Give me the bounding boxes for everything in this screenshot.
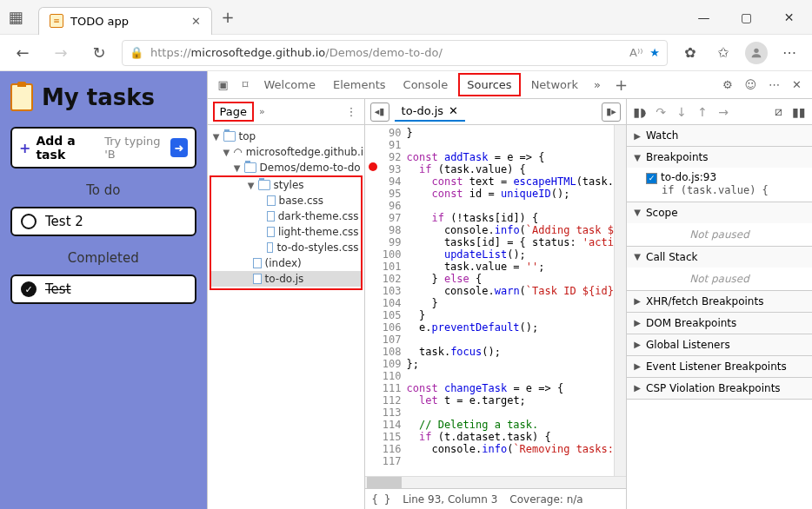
minimize-button[interactable]: — [684,4,723,30]
todo-heading: To do [10,182,196,198]
feedback-icon[interactable]: ☺ [740,75,762,95]
tab-elements[interactable]: Elements [326,75,393,95]
favorite-icon[interactable]: ★ [649,46,660,59]
device-icon[interactable]: ⌑ [237,75,254,95]
callstack-section[interactable]: ▼Call Stack [627,247,812,268]
back-button[interactable]: ← [7,37,38,69]
completed-heading: Completed [10,250,196,266]
file-icon [267,195,276,206]
extensions-icon[interactable]: ✿ [675,37,706,69]
tab-sources[interactable]: Sources [458,73,520,96]
tree-file[interactable]: base.css [211,193,361,208]
cursor-position: Line 93, Column 3 [403,493,497,506]
show-nav-icon[interactable]: ◂▮ [370,102,389,122]
code-editor[interactable]: 9091929394959697989910010110210310410510… [365,125,626,476]
lock-icon: 🔒 [130,46,143,59]
task-item[interactable]: Test 2 [10,207,196,236]
new-tab-button[interactable]: + [212,2,243,33]
code-content: } const addTask = e => { if (task.value)… [407,125,614,476]
line-numbers: 9091929394959697989910010110210310410510… [381,125,407,476]
checkbox-checked-icon[interactable]: ✓ [21,281,37,297]
tree-file[interactable]: (index) [211,255,361,271]
file-icon [253,258,262,268]
favorites-icon[interactable]: ✩ [708,37,739,69]
plus-icon: + [19,140,30,156]
checkbox-icon[interactable]: ✓ [646,173,657,184]
tree-top[interactable]: ▼top [208,129,364,144]
file-icon [267,242,274,253]
gear-icon[interactable]: ⚙ [717,75,738,95]
event-section[interactable]: ▶Event Listener Breakpoints [627,356,812,377]
read-aloud-icon[interactable]: A⁾⁾ [629,46,642,59]
hide-debug-icon[interactable]: ▮▸ [602,102,621,122]
inspect-icon[interactable]: ▣ [213,75,234,95]
watch-section[interactable]: ▶Watch [627,125,812,146]
svg-point-0 [754,48,758,52]
global-section[interactable]: ▶Global Listeners [627,334,812,355]
profile-button[interactable] [741,37,772,69]
checkbox-icon[interactable] [21,214,37,229]
tab-console[interactable]: Console [396,75,456,95]
close-devtools-icon[interactable]: ✕ [787,75,807,95]
tab-network[interactable]: Network [524,75,585,95]
tree-folder[interactable]: ▼Demos/demo-to-do [208,160,364,175]
close-tab-icon[interactable]: ✕ [449,104,458,117]
folder-icon [258,180,270,190]
close-window-button[interactable]: ✕ [769,4,809,30]
tree-host[interactable]: ▼◠microsoftedge.github.io [208,144,364,160]
refresh-button[interactable]: ↻ [83,37,115,69]
resume-icon[interactable]: ▮◗ [632,105,648,119]
xhr-section[interactable]: ▶XHR/fetch Breakpoints [627,291,812,312]
add-tab-icon[interactable]: + [609,72,633,97]
app-title: My tasks [42,84,155,110]
coverage-status: Coverage: n/a [509,493,582,506]
tab-welcome[interactable]: Welcome [257,75,323,95]
step-into-icon[interactable]: ↓ [674,105,689,119]
add-task-input[interactable]: + Add a task Try typing 'B ➜ [10,127,196,169]
task-item[interactable]: ✓ Test [10,274,196,304]
dom-section[interactable]: ▶DOM Breakpoints [627,313,812,334]
tree-file[interactable]: to-do-styles.css [211,240,361,255]
todo-app: My tasks + Add a task Try typing 'B ➜ To… [0,71,207,509]
tab-actions-icon[interactable]: ▦ [0,2,31,33]
tab-title: TODO app [70,15,129,28]
folder-icon [223,131,236,142]
format-icon[interactable]: { } [372,493,391,506]
tree-file[interactable]: dark-theme.css [211,208,361,224]
breakpoint-icon[interactable] [369,162,377,171]
csp-section[interactable]: ▶CSP Violation Breakpoints [627,378,812,399]
kebab-icon[interactable]: ⋯ [763,75,785,95]
more-tabs-icon[interactable]: » [589,75,606,95]
breakpoint-item[interactable]: ✓to-do.js:93 [646,171,805,184]
nav-menu-icon[interactable]: ⋮ [346,105,359,118]
tree-file-active[interactable]: to-do.js [211,271,361,287]
page-tab[interactable]: Page [213,102,254,122]
clipboard-icon [10,83,33,111]
more-icon[interactable]: ⋯ [774,37,805,69]
scrollbar-v[interactable] [614,125,626,476]
step-over-icon[interactable]: ↷ [653,105,669,119]
scrollbar-h[interactable] [365,476,626,488]
more-nav-icon[interactable]: » [259,106,265,117]
browser-tab[interactable]: ≡ TODO app ✕ [38,7,212,35]
breakpoint-code: if (task.value) { [662,184,805,196]
step-icon[interactable]: → [715,105,731,119]
favicon-icon: ≡ [50,14,63,28]
cloud-icon: ◠ [233,146,242,158]
address-bar[interactable]: 🔒 https://microsoftedge.github.io/Demos/… [122,40,668,66]
deactivate-bp-icon[interactable]: ⧄ [770,104,786,119]
folder-icon [244,162,256,173]
editor-tab[interactable]: to-do.js✕ [395,102,465,122]
submit-icon[interactable]: ➜ [170,138,187,157]
tree-file[interactable]: light-theme.css [211,224,361,240]
file-icon [267,211,275,221]
close-tab-icon[interactable]: ✕ [191,15,201,28]
forward-button: → [45,37,77,69]
breakpoints-section[interactable]: ▼Breakpoints [627,147,812,168]
maximize-button[interactable]: ▢ [727,4,766,30]
pause-exc-icon[interactable]: ▮▮ [791,105,807,119]
tree-styles[interactable]: ▼styles [211,177,361,193]
step-out-icon[interactable]: ↑ [695,105,710,119]
scope-section[interactable]: ▼Scope [627,202,812,223]
file-icon [253,274,262,284]
